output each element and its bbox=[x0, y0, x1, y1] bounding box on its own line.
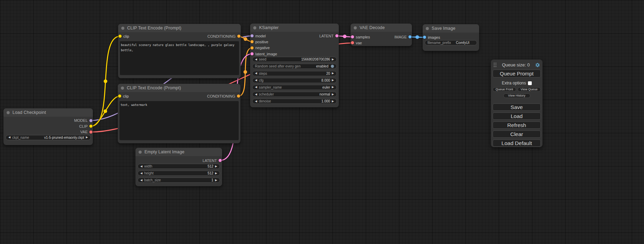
node-title: CLIP Text Encode (Prompt) bbox=[127, 85, 181, 90]
port-clip-input[interactable] bbox=[118, 94, 121, 98]
widget-decrement-arrow[interactable]: ◀ bbox=[140, 165, 142, 168]
node-vae_decode[interactable]: VAE DecodesamplesIMAGEvae bbox=[351, 24, 412, 46]
widget-decrement-arrow[interactable]: ◀ bbox=[255, 58, 257, 61]
node-clip_encode_negative[interactable]: CLIP Text Encode (Prompt)clipCONDITIONIN… bbox=[118, 84, 240, 143]
widget-random-seed-after-every-gen[interactable]: Random seed after every genenabled bbox=[252, 64, 337, 69]
widget-width[interactable]: ◀width512▶ bbox=[138, 164, 220, 169]
port-latent-output[interactable] bbox=[219, 159, 222, 162]
widget-increment-arrow[interactable]: ▶ bbox=[332, 93, 334, 96]
view-queue-button[interactable]: View Queue bbox=[518, 87, 541, 92]
port-latent_image-input[interactable] bbox=[250, 52, 254, 55]
load-button[interactable]: Load bbox=[493, 112, 541, 120]
widget-increment-arrow[interactable]: ▶ bbox=[332, 72, 334, 75]
port-label: latent_image bbox=[255, 52, 277, 56]
widget-value: 512 bbox=[208, 171, 213, 175]
node-collapse-dot[interactable] bbox=[426, 27, 429, 30]
port-latent-output[interactable] bbox=[335, 34, 338, 37]
queue-front-button[interactable]: Queue Front bbox=[493, 87, 516, 92]
extra-options-label: Extra options bbox=[502, 81, 526, 85]
widget-increment-arrow[interactable]: ▶ bbox=[332, 86, 334, 89]
node-collapse-dot[interactable] bbox=[253, 26, 256, 29]
port-vae-input[interactable] bbox=[351, 41, 354, 44]
node-save_image[interactable]: Save Imageimagesfilename_prefixComfyUI bbox=[423, 24, 479, 51]
node-title-bar[interactable]: VAE Decode bbox=[351, 24, 412, 32]
widget-increment-arrow[interactable]: ▶ bbox=[332, 100, 334, 103]
node-title-bar[interactable]: Save Image bbox=[423, 24, 479, 33]
node-title-bar[interactable]: CLIP Text Encode (Prompt) bbox=[118, 24, 241, 32]
widget-decrement-arrow[interactable]: ◀ bbox=[255, 93, 257, 96]
settings-gear-icon[interactable] bbox=[535, 62, 540, 67]
extra-options-checkbox[interactable] bbox=[528, 81, 532, 85]
widget-height[interactable]: ◀height512▶ bbox=[138, 171, 220, 176]
node-title-bar[interactable]: Load Checkpoint bbox=[3, 108, 93, 117]
widget-steps[interactable]: ◀steps20▶ bbox=[252, 71, 337, 76]
widget-batch_size[interactable]: ◀batch_size1▶ bbox=[138, 178, 220, 183]
widget-decrement-arrow[interactable]: ◀ bbox=[255, 86, 257, 89]
toggle-knob-icon[interactable] bbox=[331, 65, 334, 68]
widget-label: Random seed after every gen bbox=[255, 64, 301, 68]
node-empty_latent[interactable]: Empty Latent ImageLATENT◀width512▶◀heigh… bbox=[135, 148, 222, 186]
port-vae-output[interactable] bbox=[89, 130, 92, 134]
widget-ckpt_name[interactable]: ◀ckpt_namev1-5-pruned-emaonly.ckpt▶ bbox=[6, 135, 91, 140]
port-image-output[interactable] bbox=[408, 35, 412, 38]
widget-decrement-arrow[interactable]: ◀ bbox=[255, 72, 257, 75]
widget-filename_prefix[interactable]: filename_prefixComfyUI bbox=[425, 40, 477, 45]
widget-denoise[interactable]: ◀denoise1.000▶ bbox=[252, 99, 337, 104]
graph-canvas[interactable]: Load CheckpointMODELCLIPVAE◀ckpt_namev1-… bbox=[0, 0, 644, 244]
widget-value: 512 bbox=[208, 164, 213, 168]
port-negative-input[interactable] bbox=[250, 46, 254, 49]
port-model-input[interactable] bbox=[250, 34, 254, 37]
widget-increment-arrow[interactable]: ▶ bbox=[86, 136, 88, 139]
widget-sampler_name[interactable]: ◀sampler_nameeuler▶ bbox=[252, 85, 337, 90]
port-label: images bbox=[428, 35, 440, 39]
widget-label: steps bbox=[259, 72, 267, 75]
node-ksampler[interactable]: KSamplermodelLATENTpositivenegativelaten… bbox=[250, 24, 339, 107]
port-label: IMAGE bbox=[395, 35, 407, 39]
node-collapse-dot[interactable] bbox=[139, 151, 142, 154]
widget-decrement-arrow[interactable]: ◀ bbox=[140, 172, 142, 175]
node-title-bar[interactable]: KSampler bbox=[250, 24, 339, 32]
node-collapse-dot[interactable] bbox=[354, 26, 357, 29]
widget-decrement-arrow[interactable]: ◀ bbox=[255, 100, 257, 103]
port-clip-output[interactable] bbox=[89, 125, 92, 128]
port-conditioning-output[interactable] bbox=[237, 94, 240, 98]
widget-decrement-arrow[interactable]: ◀ bbox=[255, 79, 257, 82]
widget-increment-arrow[interactable]: ▶ bbox=[215, 165, 217, 168]
node-collapse-dot[interactable] bbox=[7, 111, 10, 114]
node-load_checkpoint[interactable]: Load CheckpointMODELCLIPVAE◀ckpt_namev1-… bbox=[3, 108, 93, 145]
widget-scheduler[interactable]: ◀schedulernormal▶ bbox=[252, 92, 337, 97]
port-samples-input[interactable] bbox=[351, 35, 354, 38]
widget-increment-arrow[interactable]: ▶ bbox=[332, 58, 334, 61]
widget-increment-arrow[interactable]: ▶ bbox=[215, 172, 217, 175]
node-title-bar[interactable]: Empty Latent Image bbox=[135, 148, 222, 156]
port-positive-input[interactable] bbox=[250, 40, 254, 43]
save-button[interactable]: Save bbox=[493, 103, 541, 111]
widget-decrement-arrow[interactable]: ◀ bbox=[140, 179, 142, 182]
refresh-button[interactable]: Refresh bbox=[493, 121, 541, 129]
widget-seed[interactable]: ◀seed156680208700286▶ bbox=[252, 57, 337, 62]
port-model-output[interactable] bbox=[89, 119, 92, 122]
port-images-input[interactable] bbox=[423, 36, 426, 39]
port-conditioning-output[interactable] bbox=[237, 35, 240, 38]
prompt-textarea[interactable]: text, watermark bbox=[120, 101, 239, 140]
queue-prompt-button[interactable]: Queue Prompt bbox=[493, 70, 541, 78]
prompt-textarea[interactable]: beautiful scenery nature glass bottle la… bbox=[120, 41, 239, 75]
drag-handle-icon[interactable] bbox=[493, 62, 497, 67]
node-collapse-dot[interactable] bbox=[121, 27, 124, 30]
port-clip-input[interactable] bbox=[118, 35, 122, 38]
node-collapse-dot[interactable] bbox=[121, 87, 124, 90]
node-title-bar[interactable]: CLIP Text Encode (Prompt) bbox=[118, 84, 240, 92]
view-history-button[interactable]: View History bbox=[503, 93, 530, 98]
port-label: model bbox=[255, 34, 266, 38]
io-row: VAE bbox=[3, 129, 93, 135]
widget-increment-arrow[interactable]: ▶ bbox=[332, 79, 334, 82]
clear-button[interactable]: Clear bbox=[493, 130, 541, 138]
widget-cfg[interactable]: ◀cfg8.000▶ bbox=[252, 78, 337, 83]
widget-value: 156680208700286 bbox=[301, 57, 330, 61]
node-clip_encode_positive[interactable]: CLIP Text Encode (Prompt)clipCONDITIONIN… bbox=[118, 24, 241, 78]
load-default-button[interactable]: Load Default bbox=[493, 139, 541, 147]
widget-decrement-arrow[interactable]: ◀ bbox=[8, 136, 10, 139]
widget-increment-arrow[interactable]: ▶ bbox=[215, 179, 217, 182]
port-label: VAE bbox=[80, 130, 88, 134]
widget-value: ComfyUI bbox=[456, 41, 469, 45]
